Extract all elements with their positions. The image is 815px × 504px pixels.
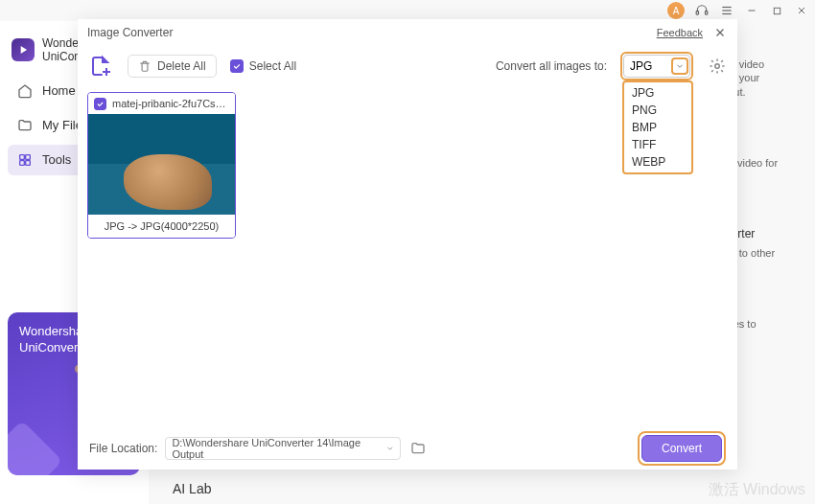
app-name: Wonde UniCon <box>42 36 81 64</box>
convert-button-highlight: Convert <box>638 431 726 466</box>
format-dropdown: JPG PNG BMP TIFF WEBP <box>622 80 693 174</box>
minimize-icon[interactable] <box>744 3 759 18</box>
modal-footer: File Location: D:\Wondershare UniConvert… <box>78 427 737 470</box>
checkbox-icon <box>230 59 244 73</box>
modal-header: Image Converter Feedback <box>78 19 737 46</box>
close-window-icon[interactable] <box>794 3 809 18</box>
file-location-path: D:\Wondershare UniConverter 14\Image Out… <box>172 437 384 460</box>
delete-all-label: Delete All <box>157 59 206 73</box>
delete-all-button[interactable]: Delete All <box>128 55 217 78</box>
format-option-tiff[interactable]: TIFF <box>624 136 691 153</box>
maximize-icon[interactable] <box>769 3 784 18</box>
nav-label: Tools <box>42 152 71 167</box>
select-all-label: Select All <box>249 59 296 73</box>
ai-lab-heading: AI Lab <box>173 481 211 496</box>
file-location-label: File Location: <box>89 442 157 455</box>
titlebar: A <box>0 0 815 21</box>
format-option-webp[interactable]: WEBP <box>624 153 691 171</box>
thumbnail-info: JPG -> JPG(4000*2250) <box>88 215 235 238</box>
image-thumbnail[interactable]: matej-pribanic-2fu7CskIT... JPG -> JPG(4… <box>87 92 236 239</box>
format-option-png[interactable]: PNG <box>624 102 691 119</box>
add-image-button[interactable] <box>87 53 114 80</box>
convert-button[interactable]: Convert <box>641 435 722 462</box>
thumbnail-header: matej-pribanic-2fu7CskIT... <box>88 93 235 114</box>
thumbnail-filename: matej-pribanic-2fu7CskIT... <box>112 98 229 109</box>
chevron-down-icon <box>671 57 688 75</box>
svg-rect-11 <box>20 160 25 165</box>
toolbar: Delete All Select All Convert all images… <box>78 46 737 86</box>
format-select[interactable]: JPG <box>623 55 690 78</box>
convert-to-label: Convert all images to: <box>496 59 607 73</box>
app-logo-mark <box>12 38 35 61</box>
feedback-link[interactable]: Feedback <box>657 27 703 38</box>
svg-rect-9 <box>20 154 25 159</box>
file-location-select[interactable]: D:\Wondershare UniConverter 14\Image Out… <box>165 437 401 460</box>
folder-icon <box>17 118 33 133</box>
chevron-down-icon <box>385 444 395 453</box>
svg-rect-12 <box>26 160 31 165</box>
svg-rect-1 <box>706 11 708 14</box>
open-folder-button[interactable] <box>408 439 428 458</box>
close-icon[interactable] <box>712 25 728 40</box>
trash-icon <box>138 59 151 73</box>
format-option-bmp[interactable]: BMP <box>624 119 691 136</box>
thumbnail-image <box>88 114 235 215</box>
headset-icon[interactable] <box>694 3 710 18</box>
modal-title: Image Converter <box>87 26 173 39</box>
thumbnail-checkbox[interactable] <box>94 98 106 110</box>
select-all-checkbox[interactable]: Select All <box>230 59 296 73</box>
convert-label: Convert <box>662 442 702 455</box>
nav-label: My File <box>42 118 82 132</box>
svg-rect-6 <box>774 8 780 13</box>
format-selected-value: JPG <box>630 59 652 73</box>
windows-watermark: 激活 Windows <box>709 480 805 500</box>
image-converter-modal: Image Converter Feedback Delete All Sele… <box>78 19 737 470</box>
format-option-jpg[interactable]: JPG <box>624 84 691 102</box>
svg-rect-10 <box>26 154 31 159</box>
home-icon <box>17 83 33 99</box>
svg-point-18 <box>715 64 720 69</box>
tools-icon <box>17 152 33 168</box>
settings-button[interactable] <box>707 56 728 77</box>
nav-label: Home <box>42 83 76 98</box>
svg-rect-0 <box>696 11 698 14</box>
menu-icon[interactable] <box>719 3 734 18</box>
user-avatar[interactable]: A <box>667 2 685 19</box>
format-select-highlight: JPG JPG PNG BMP TIFF WEBP <box>620 52 693 80</box>
